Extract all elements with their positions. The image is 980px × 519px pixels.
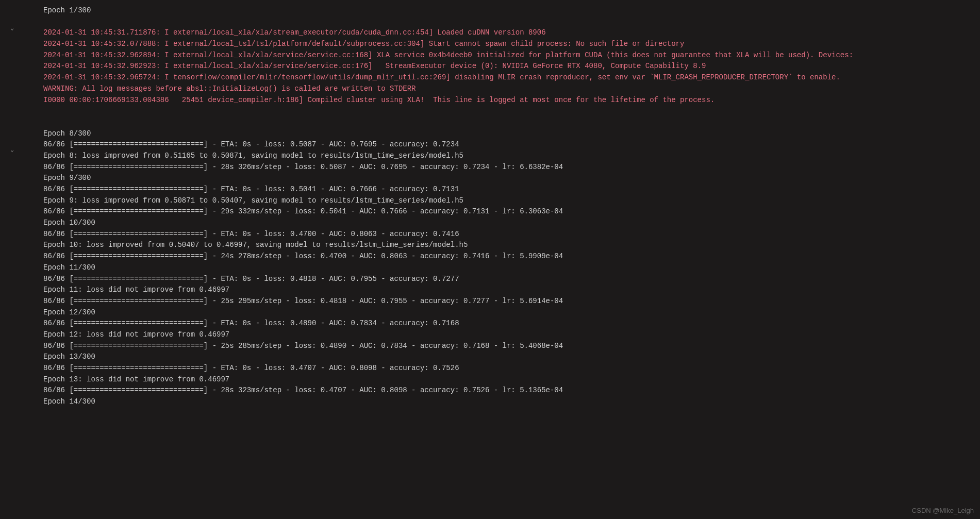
log-line-stdout: 86/86 [==============================] -… [43,162,970,173]
log-line-stdout: Epoch 11: loss did not improve from 0.46… [43,284,970,296]
log-line-stdout: Epoch 11/300 [43,262,970,274]
log-line-stdout: 86/86 [==============================] -… [43,341,970,352]
log-line-stdout: 86/86 [==============================] -… [43,296,970,307]
log-line-stderr: 2024-01-31 10:45:32.965724: I tensorflow… [43,72,970,83]
log-line-stdout: Epoch 12/300 [43,307,970,319]
log-line-stdout: Epoch 10: loss improved from 0.50407 to … [43,240,970,251]
log-line-stdout: 86/86 [==============================] -… [43,206,970,217]
log-line-stdout: 86/86 [==============================] -… [43,363,970,374]
blank-line [43,16,970,28]
log-line-stdout: 86/86 [==============================] -… [43,229,970,240]
log-line-stderr: WARNING: All log messages before absl::I… [43,83,970,95]
log-line-stdout: Epoch 12: loss did not improve from 0.46… [43,329,970,341]
blank-line [43,106,970,117]
log-line-stderr: 2024-01-31 10:45:32.962894: I external/l… [43,50,970,61]
log-line-stdout: 86/86 [==============================] -… [43,385,970,396]
log-line-stdout: Epoch 13/300 [43,351,970,363]
log-line-stdout: Epoch 9: loss improved from 0.50871 to 0… [43,195,970,207]
collapse-arrow-icon[interactable]: ⌄ [10,145,14,155]
log-line-stderr: 2024-01-31 10:45:32.077888: I external/l… [43,39,970,50]
log-line-stdout: Epoch 9/300 [43,173,970,184]
log-line-stderr: I0000 00:00:1706669133.004386 25451 devi… [43,95,970,106]
log-line-stdout: 86/86 [==============================] -… [43,251,970,262]
gutter: ⌄⌄ [0,0,22,519]
log-line-stdout: Epoch 13: loss did not improve from 0.46… [43,374,970,386]
log-line-stdout: 86/86 [==============================] -… [43,184,970,195]
log-line-stdout: Epoch 14/300 [43,396,970,408]
watermark: CSDN @Mike_Leigh [912,506,974,516]
log-line-stdout: Epoch 8/300 [43,128,970,140]
log-line-stdout: 86/86 [==============================] -… [43,139,970,150]
output-block: Epoch 1/3002024-01-31 10:45:31.711876: I… [22,5,970,408]
log-line-stderr: 2024-01-31 10:45:31.711876: I external/l… [43,27,970,39]
log-line-stdout: Epoch 1/300 [43,5,970,16]
log-line-stderr: 2024-01-31 10:45:32.962923: I external/l… [43,61,970,72]
log-line-stdout: 86/86 [==============================] -… [43,274,970,285]
blank-line [43,117,970,128]
log-line-stdout: 86/86 [==============================] -… [43,318,970,329]
collapse-arrow-icon[interactable]: ⌄ [10,24,14,34]
log-line-stdout: Epoch 10/300 [43,217,970,229]
log-line-stdout: Epoch 8: loss improved from 0.51165 to 0… [43,150,970,162]
